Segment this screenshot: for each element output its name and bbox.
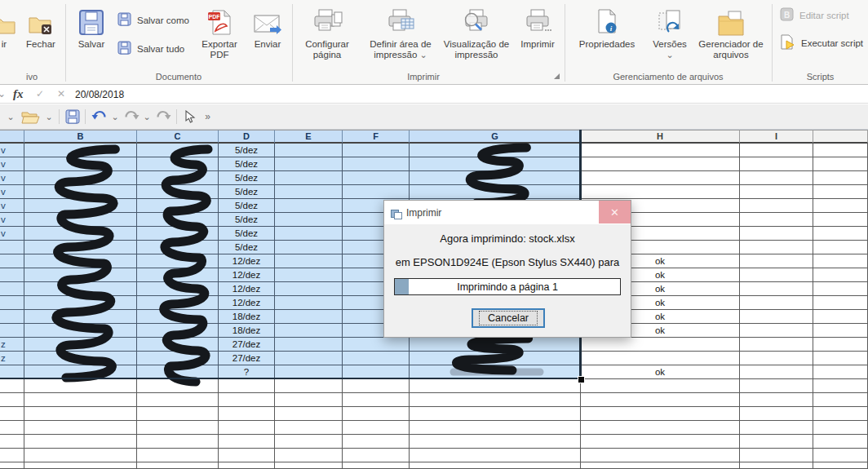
cancel-x-icon[interactable]: ✕	[57, 88, 65, 100]
cell[interactable]: 12/dez	[219, 296, 275, 310]
cell[interactable]: 5/dez	[219, 227, 275, 241]
cell[interactable]	[0, 421, 24, 435]
properties-button[interactable]: i Propriedades	[569, 3, 644, 69]
cell[interactable]	[410, 338, 581, 352]
cell[interactable]	[740, 393, 813, 407]
cell[interactable]	[581, 157, 740, 171]
cell[interactable]	[0, 393, 24, 407]
cell[interactable]	[813, 407, 868, 421]
cell[interactable]	[740, 421, 813, 435]
cell[interactable]	[740, 241, 813, 254]
cell[interactable]	[410, 157, 581, 171]
cell[interactable]	[24, 352, 137, 365]
cell[interactable]	[581, 352, 740, 365]
cell[interactable]	[0, 462, 24, 469]
cell[interactable]	[740, 296, 813, 310]
cell[interactable]	[813, 393, 868, 407]
cell[interactable]	[24, 407, 137, 421]
cell[interactable]	[410, 144, 581, 157]
cell[interactable]	[813, 310, 868, 324]
cell[interactable]	[813, 338, 868, 352]
cell[interactable]	[275, 407, 343, 421]
fx-icon[interactable]: fx	[13, 87, 24, 101]
cell[interactable]	[813, 435, 868, 449]
undo-chevron-icon[interactable]: ⌄	[109, 107, 121, 126]
cell[interactable]	[740, 324, 813, 338]
cell[interactable]	[410, 171, 581, 185]
cell[interactable]	[581, 449, 740, 462]
cell[interactable]	[275, 171, 343, 185]
cell[interactable]	[275, 199, 343, 213]
cell[interactable]	[137, 241, 219, 254]
cell[interactable]	[813, 365, 868, 379]
cell[interactable]	[24, 144, 137, 157]
cell[interactable]	[343, 393, 410, 407]
cancel-button[interactable]: Cancelar	[472, 308, 545, 328]
redo-icon[interactable]	[122, 107, 140, 126]
column-header[interactable]: H	[581, 130, 740, 144]
cell[interactable]	[275, 144, 343, 157]
cell[interactable]	[740, 365, 813, 379]
redo-chevron-icon[interactable]: ⌄	[141, 107, 153, 126]
cell[interactable]	[740, 199, 813, 213]
cell[interactable]	[24, 171, 137, 185]
cell[interactable]: v	[0, 227, 24, 241]
cell[interactable]	[24, 449, 137, 462]
cell[interactable]	[581, 393, 740, 407]
cell[interactable]	[813, 144, 868, 157]
cell[interactable]	[740, 185, 813, 199]
cell[interactable]	[137, 407, 219, 421]
cell[interactable]	[275, 227, 343, 241]
cell[interactable]: 5/dez	[219, 157, 275, 171]
cell[interactable]	[219, 379, 275, 393]
cell[interactable]	[275, 254, 343, 268]
cell[interactable]	[813, 157, 868, 171]
cell[interactable]: 12/dez	[219, 254, 275, 268]
cell[interactable]	[813, 268, 868, 282]
column-header[interactable]: D	[219, 130, 275, 144]
cell[interactable]	[740, 407, 813, 421]
cell[interactable]	[410, 449, 581, 462]
cell[interactable]	[24, 268, 137, 282]
cell[interactable]	[24, 157, 137, 171]
cell[interactable]	[813, 282, 868, 296]
cell[interactable]	[813, 324, 868, 338]
formula-input[interactable]: 20/08/2018	[75, 89, 124, 100]
cell[interactable]: z	[0, 338, 24, 352]
cell[interactable]	[740, 352, 813, 365]
cell[interactable]	[219, 449, 275, 462]
print-dialog-close-icon[interactable]: ✕	[599, 201, 631, 223]
redo-all-icon[interactable]	[154, 107, 172, 126]
cell[interactable]	[275, 268, 343, 282]
cell[interactable]	[137, 462, 219, 469]
cell[interactable]	[0, 296, 24, 310]
column-header[interactable]: C	[137, 130, 219, 144]
print-area-button[interactable]: Definir área de impressão ⌄	[363, 3, 438, 69]
column-header[interactable]: B	[24, 130, 137, 144]
page-setup-button[interactable]: Configurar página	[296, 3, 358, 69]
cell[interactable]	[137, 310, 219, 324]
cell[interactable]	[740, 254, 813, 268]
cell[interactable]	[137, 435, 219, 449]
cell[interactable]	[219, 462, 275, 469]
cell[interactable]	[0, 241, 24, 254]
cell[interactable]	[813, 213, 868, 227]
cell[interactable]	[137, 379, 219, 393]
cell[interactable]	[343, 462, 410, 469]
cell[interactable]	[24, 421, 137, 435]
cell[interactable]	[813, 421, 868, 435]
cell[interactable]	[740, 379, 813, 393]
cell[interactable]	[137, 227, 219, 241]
cell[interactable]	[24, 435, 137, 449]
cell[interactable]	[275, 393, 343, 407]
cell[interactable]	[137, 254, 219, 268]
cell[interactable]	[137, 352, 219, 365]
cell[interactable]	[740, 435, 813, 449]
cell[interactable]	[343, 421, 410, 435]
name-box-chevron-icon[interactable]: ⌄	[0, 88, 6, 100]
open-folder-icon[interactable]	[20, 107, 41, 126]
open-file-button[interactable]: ir	[0, 3, 21, 69]
cell[interactable]	[410, 379, 581, 393]
cell[interactable]	[410, 393, 581, 407]
cell[interactable]	[343, 144, 410, 157]
